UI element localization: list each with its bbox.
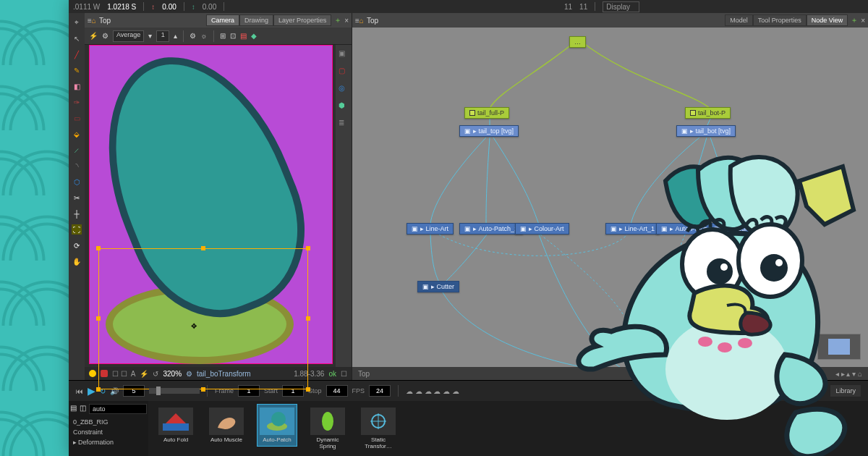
move-icon[interactable]: ✥ bbox=[191, 322, 197, 330]
tab-tool-properties[interactable]: Tool Properties bbox=[753, 14, 807, 26]
handle[interactable] bbox=[96, 316, 101, 321]
handle[interactable] bbox=[306, 316, 310, 321]
lib-tree-item[interactable]: 0_ZBB_RIG bbox=[70, 417, 147, 427]
display-dropdown[interactable]: Display bbox=[603, 1, 639, 12]
layers-icon[interactable]: ▤ bbox=[240, 32, 247, 40]
tab-model[interactable]: Model bbox=[725, 14, 753, 26]
transform-tool[interactable]: ⛶ bbox=[72, 224, 82, 235]
canvas-area: ✥ ▣ ▢ ◎ ⬢ ≣ bbox=[85, 45, 352, 367]
lib-item-dynamic-spring[interactable]: Dynamic Spring bbox=[307, 404, 348, 453]
home-icon[interactable]: ⌂ bbox=[92, 17, 96, 25]
hex-tool[interactable]: ⬡ bbox=[72, 177, 82, 187]
cut-tool[interactable]: ✂ bbox=[72, 193, 82, 203]
lib-tree-item[interactable]: Constraint bbox=[70, 427, 147, 437]
handle[interactable] bbox=[201, 387, 205, 392]
unknown-tool-1[interactable]: ৲ bbox=[72, 161, 82, 171]
tool-column: ⌖ ↖ ╱ ✎ ◧ ✑ ▭ ⬙ ⟋ ৲ ⬡ ✂ ┼ ⛶ ⟳ ✋ bbox=[69, 13, 85, 380]
grid-tool[interactable]: ┼ bbox=[72, 208, 82, 219]
readout-3: 0.00 bbox=[162, 3, 176, 11]
close-panel-icon[interactable]: × bbox=[344, 17, 349, 25]
handle[interactable] bbox=[96, 246, 101, 250]
tab-drawing[interactable]: Drawing bbox=[239, 14, 273, 26]
arrow-tool[interactable]: ↖ bbox=[72, 33, 82, 43]
tab-node-view[interactable]: Node View bbox=[807, 14, 848, 26]
node-tail-bot-p[interactable]: tail_bot-P bbox=[685, 107, 731, 119]
node-line-art[interactable]: ▣ ▸ Line-Art bbox=[407, 223, 454, 235]
frame-icon[interactable]: ▢ bbox=[339, 67, 349, 77]
bolt-icon[interactable]: ⚡ bbox=[89, 32, 98, 40]
lib-item-auto-muscle[interactable]: Auto Muscle bbox=[206, 404, 247, 447]
cube-icon[interactable]: ⬢ bbox=[339, 101, 349, 111]
tab-camera[interactable]: Camera bbox=[206, 14, 239, 26]
pen-tool[interactable]: ✑ bbox=[72, 97, 82, 107]
stepper-down[interactable]: ▾ bbox=[148, 32, 152, 40]
readout-5: 11 bbox=[564, 3, 572, 11]
node-tail-full-p[interactable]: tail_full-P bbox=[464, 107, 509, 119]
node-colour-art[interactable]: ▣ ▸ Colour-Art bbox=[515, 223, 569, 235]
fps-field[interactable] bbox=[369, 385, 391, 397]
handle[interactable] bbox=[306, 387, 310, 392]
svg-point-3 bbox=[271, 412, 286, 426]
add-panel-icon[interactable]: ＋ bbox=[851, 15, 858, 25]
selection-rect[interactable] bbox=[98, 248, 308, 389]
lib-icon1[interactable]: ▤ bbox=[70, 404, 77, 415]
grid-icon[interactable]: ⊞ bbox=[220, 32, 226, 40]
select-tool[interactable]: ⌖ bbox=[72, 17, 82, 28]
lib-tree-item[interactable]: ▸ Deformation bbox=[70, 437, 147, 447]
node-view[interactable]: … tail_full-P ▣ ▸ tail_top [tvg] tail_bo… bbox=[352, 28, 868, 367]
tab-library[interactable]: Library bbox=[830, 385, 861, 397]
node-tail-top-tvg[interactable]: ▣ ▸ tail_top [tvg] bbox=[459, 125, 519, 137]
lib-icon2[interactable]: ◫ bbox=[80, 404, 86, 415]
onion-icon[interactable]: ⊡ bbox=[230, 32, 236, 40]
hand-tool[interactable]: ✋ bbox=[72, 256, 82, 266]
sun-icon[interactable]: ☼ bbox=[200, 32, 207, 40]
handle[interactable] bbox=[201, 246, 205, 250]
svg-rect-0 bbox=[163, 423, 189, 431]
handle[interactable] bbox=[96, 387, 101, 392]
readout-2: 1.0218 S bbox=[107, 3, 136, 11]
library-sidebar: ▤ ◫ 0_ZBB_RIG Constraint ▸ Deformation bbox=[69, 401, 148, 456]
node-auto-patch[interactable]: ▣ ▸ Auto-Patch bbox=[656, 223, 712, 235]
stack-icon[interactable]: ≣ bbox=[339, 119, 349, 129]
mode-dropdown[interactable]: Average bbox=[113, 30, 144, 42]
lib-item-auto-fold[interactable]: Auto Fold bbox=[156, 404, 196, 447]
gear-icon[interactable]: ⚙ bbox=[102, 32, 109, 40]
render-icons[interactable]: ☁ ☁ ☁ ☁ ☁ ☁ bbox=[406, 387, 459, 395]
target-icon[interactable]: ◎ bbox=[339, 84, 349, 94]
picker-tool[interactable]: ⟋ bbox=[72, 145, 82, 155]
goto-start-icon[interactable]: ⏮ bbox=[76, 387, 83, 395]
canvas[interactable]: ✥ bbox=[89, 45, 333, 364]
nav-controls[interactable]: ◂ ▸ ▴ ▾ ⌂ bbox=[835, 370, 862, 378]
library-search[interactable] bbox=[89, 404, 147, 414]
bucket-tool[interactable]: ⬙ bbox=[72, 129, 82, 139]
bulb-icon[interactable] bbox=[89, 370, 96, 377]
node-colour-art-1[interactable]: ▣ ▸ Colour-Art_1 bbox=[709, 223, 770, 235]
play-icon[interactable]: ▶ bbox=[88, 385, 95, 397]
cam-icon[interactable]: ▣ bbox=[339, 49, 349, 59]
brush-tool[interactable]: ✎ bbox=[72, 65, 82, 75]
add-panel-icon[interactable]: ＋ bbox=[334, 15, 341, 25]
close-panel-icon[interactable]: × bbox=[861, 17, 865, 25]
home-icon[interactable]: ⌂ bbox=[359, 17, 364, 25]
rotate-tool[interactable]: ⟳ bbox=[72, 240, 82, 250]
handle[interactable] bbox=[306, 246, 310, 250]
tab-layer-properties[interactable]: Layer Properties bbox=[273, 14, 331, 26]
num-field[interactable]: 1 bbox=[156, 30, 169, 42]
node-cutter[interactable]: ▣ ▸ Cutter bbox=[417, 281, 459, 292]
node-tail-bot-tvg[interactable]: ▣ ▸ tail_bot [tvg] bbox=[676, 125, 736, 137]
stepper-up[interactable]: ▴ bbox=[174, 32, 177, 40]
node-navigator[interactable] bbox=[817, 334, 861, 360]
node-line-art-1[interactable]: ▣ ▸ Line-Art_1 bbox=[605, 223, 660, 235]
node-auto-patch-1[interactable]: ▣ ▸ Auto-Patch_1 bbox=[459, 223, 523, 235]
eraser-tool[interactable]: ◧ bbox=[72, 81, 82, 91]
lib-item-auto-patch[interactable]: Auto-Patch bbox=[257, 404, 297, 447]
node-top[interactable]: … bbox=[569, 36, 586, 48]
gear2-icon[interactable]: ⚙ bbox=[190, 32, 196, 40]
lib-item-static-transform[interactable]: Static Transfor… bbox=[358, 404, 399, 453]
svg-point-4 bbox=[322, 412, 333, 431]
misc-icon[interactable]: ◆ bbox=[251, 32, 257, 40]
stop-field[interactable] bbox=[326, 385, 348, 397]
node-panel-tabs: ≡ ⌂ Top Model Tool Properties Node View … bbox=[352, 13, 868, 28]
shape-tool[interactable]: ▭ bbox=[72, 113, 82, 123]
contour-tool[interactable]: ╱ bbox=[72, 49, 82, 59]
